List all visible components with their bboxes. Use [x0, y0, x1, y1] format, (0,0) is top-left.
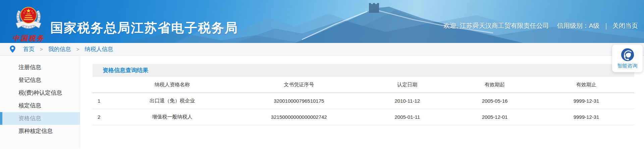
cell-doc-no: 32150000000000002742	[234, 109, 363, 125]
smart-consult-widget[interactable]: 智能咨询	[612, 45, 643, 72]
breadcrumb-separator: >	[76, 46, 79, 52]
breadcrumb: 首页 > 我的信息 > 纳税人信息	[0, 43, 644, 56]
cell-confirm-date: 2010-11-12	[363, 93, 451, 109]
sidebar-item-registry[interactable]: 登记信息	[0, 74, 80, 87]
divider: ｜	[603, 21, 609, 30]
sidebar-item-label: 税(费)种认定信息	[18, 90, 62, 96]
cell-confirm-date: 2005-01-11	[363, 109, 451, 125]
customer-service-icon	[621, 48, 635, 62]
cell-name: 出口退（免）税企业	[110, 93, 234, 109]
tax-logo: 中国税务	[9, 3, 48, 43]
qualification-panel: 资格信息查询结果 纳税人资格名称 文书凭证序号 认定日期 有效期起 有效期止	[93, 64, 634, 125]
cell-valid-from: 2005-12-01	[451, 109, 538, 125]
breadcrumb-separator: >	[40, 46, 43, 52]
qualification-table: 纳税人资格名称 文书凭证序号 认定日期 有效期起 有效期止 1 出口退（免）税企…	[93, 77, 634, 125]
site-title: 国家税务总局江苏省电子税务局	[50, 19, 238, 37]
col-header-name: 纳税人资格名称	[110, 77, 234, 93]
sidebar-item-label: 注册信息	[18, 64, 41, 70]
sidebar-item-invoice-type[interactable]: 票种核定信息	[0, 125, 80, 138]
table-header-row: 纳税人资格名称 文书凭证序号 认定日期 有效期起 有效期止	[93, 77, 634, 93]
panel-title-bar: 资格信息查询结果	[93, 64, 634, 77]
welcome-bar: 欢迎, 江苏舜天汉商工贸有限责任公司 信用级别：A级 ｜ 关闭当页	[443, 21, 638, 30]
cell-name: 增值税一般纳税人	[110, 109, 234, 125]
breadcrumb-my-info[interactable]: 我的信息	[48, 45, 71, 53]
col-header-valid-to: 有效期止	[538, 77, 634, 93]
logo-caption: 中国税务	[9, 34, 48, 43]
top-banner: 中国税务 国家税务总局江苏省电子税务局 欢迎, 江苏舜天汉商工贸有限责任公司 信…	[0, 0, 644, 43]
sidebar-item-label: 票种核定信息	[18, 128, 53, 134]
credit-rating: 信用级别：A级	[557, 21, 600, 30]
table-row: 2 增值税一般纳税人 32150000000000002742 2005-01-…	[93, 109, 634, 125]
close-page-link[interactable]: 关闭当页	[612, 21, 638, 30]
table-row: 1 出口退（免）税企业 320010000796510175 2010-11-1…	[93, 93, 634, 109]
col-header-confirm-date: 认定日期	[363, 77, 451, 93]
location-pin-icon	[9, 45, 16, 53]
welcome-text: 欢迎, 江苏舜天汉商工贸有限责任公司	[443, 21, 549, 30]
breadcrumb-taxpayer-info[interactable]: 纳税人信息	[85, 45, 113, 53]
cell-index: 1	[93, 93, 110, 109]
sidebar-item-label: 登记信息	[18, 77, 41, 83]
cell-index: 2	[93, 109, 110, 125]
sidebar-item-label: 资格信息	[18, 115, 41, 121]
cell-valid-to: 9999-12-31	[538, 109, 634, 125]
sidebar-item-tax-type[interactable]: 税(费)种认定信息	[0, 87, 80, 99]
sidebar-item-label: 核定信息	[18, 102, 41, 109]
cell-doc-no: 320010000796510175	[234, 93, 363, 109]
main-content: 资格信息查询结果 纳税人资格名称 文书凭证序号 认定日期 有效期起 有效期止	[80, 56, 644, 149]
sidebar-item-qualification[interactable]: 资格信息	[0, 112, 80, 125]
col-header-doc-no: 文书凭证序号	[234, 77, 363, 93]
breadcrumb-home[interactable]: 首页	[23, 45, 35, 53]
col-header-index	[93, 77, 110, 93]
tax-emblem-icon	[14, 3, 43, 32]
cell-valid-from: 2005-05-16	[451, 93, 538, 109]
sidebar-item-registration[interactable]: 注册信息	[0, 61, 80, 74]
col-header-valid-from: 有效期起	[451, 77, 538, 93]
page-title: 资格信息查询结果	[103, 67, 148, 73]
sidebar: 注册信息 登记信息 税(费)种认定信息 核定信息 资格信息 票种核定信息	[0, 56, 80, 149]
sidebar-item-verification[interactable]: 核定信息	[0, 99, 80, 112]
smart-consult-label: 智能咨询	[618, 63, 638, 69]
cell-valid-to: 9999-12-31	[538, 93, 634, 109]
